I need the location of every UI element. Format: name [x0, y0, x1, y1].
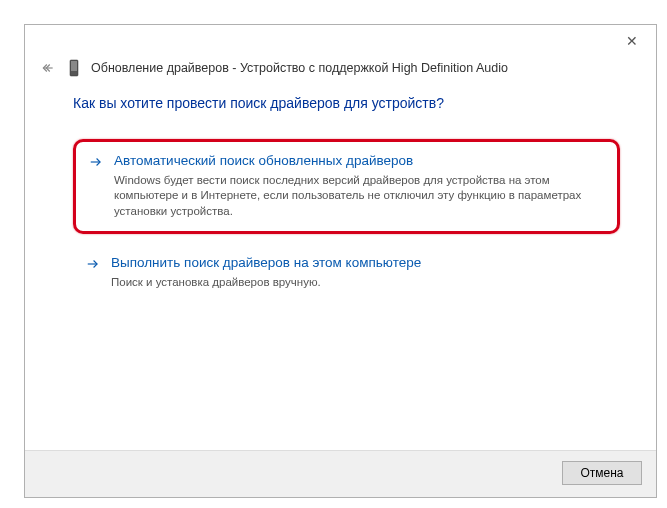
- option-body: Выполнить поиск драйверов на этом компью…: [111, 254, 608, 290]
- option-auto-search[interactable]: Автоматический поиск обновленных драйвер…: [73, 139, 620, 234]
- dialog-footer: Отмена: [25, 450, 656, 497]
- dialog-content: Как вы хотите провести поиск драйверов д…: [25, 85, 656, 450]
- page-heading: Как вы хотите провести поиск драйверов д…: [73, 95, 620, 111]
- arrow-right-icon: [88, 155, 106, 173]
- window-title: Обновление драйверов - Устройство с подд…: [91, 61, 508, 75]
- option-title: Выполнить поиск драйверов на этом компью…: [111, 254, 608, 272]
- svg-rect-3: [71, 61, 77, 71]
- cancel-button[interactable]: Отмена: [562, 461, 642, 485]
- option-desc: Поиск и установка драйверов вручную.: [111, 275, 608, 291]
- back-arrow-icon[interactable]: [39, 59, 57, 77]
- dialog-header: Обновление драйверов - Устройство с подд…: [25, 53, 656, 85]
- option-browse-computer[interactable]: Выполнить поиск драйверов на этом компью…: [73, 244, 620, 302]
- driver-update-dialog: ✕ Обновление драйверов - Устройство с по…: [24, 24, 657, 498]
- arrow-right-icon: [85, 257, 103, 275]
- close-icon[interactable]: ✕: [614, 29, 650, 53]
- titlebar: ✕: [25, 25, 656, 53]
- option-desc: Windows будет вести поиск последних верс…: [114, 173, 605, 220]
- option-title: Автоматический поиск обновленных драйвер…: [114, 152, 605, 170]
- option-body: Автоматический поиск обновленных драйвер…: [114, 152, 605, 219]
- device-icon: [67, 59, 81, 77]
